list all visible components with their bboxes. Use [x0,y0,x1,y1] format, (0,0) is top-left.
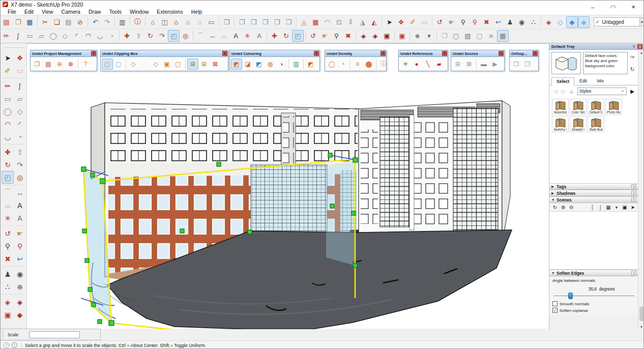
axes-target-icon[interactable]: ⊕ [14,280,26,293]
style-hidden-line-icon[interactable]: ▢ [474,30,485,42]
component-options-icon[interactable]: ❒ [221,16,232,28]
colour-settings-icon[interactable]: ◩ [305,59,316,70]
close-icon[interactable]: x [631,191,636,195]
split-remove-icon[interactable]: ⊠ [210,59,221,70]
undet-rotate-icon[interactable]: ↻ [280,30,292,42]
flip-edge-icon[interactable]: ◭ [368,16,380,28]
split-add-icon[interactable]: ⊞ [198,59,210,70]
close-icon[interactable]: x [499,51,504,56]
scene-update-icon[interactable]: ↻ [551,203,559,211]
pie-icon[interactable]: ◔ [14,130,26,143]
forward-icon[interactable]: ▷ [560,87,568,95]
new-icon[interactable]: ▤ [1,16,12,28]
close-icon[interactable]: x [222,51,227,56]
bar-drag-handle[interactable] [3,331,5,339]
3d-text-icon[interactable]: A [14,212,26,224]
polygon-icon[interactable]: ◇ [59,30,71,42]
menu-window[interactable]: Window [126,9,153,15]
colour-single-icon[interactable]: ◑ [276,59,287,70]
component-cabinet-icon[interactable]: ◫ [159,16,170,28]
zoom-icon[interactable]: ⚲ [457,16,469,28]
close-icon[interactable]: x [442,51,447,56]
scene-video-icon[interactable]: ▬ [478,59,489,70]
checkbox-icon[interactable]: ✓ [552,308,558,313]
section-plane-icon[interactable]: ◈ [2,296,14,308]
orbit-icon[interactable]: ↺ [2,227,14,240]
axes-icon[interactable]: ✳ [2,212,14,224]
split-box-icon[interactable]: ⊞ [187,59,198,70]
pick-plane-icon[interactable]: ▰ [433,59,445,70]
offset-icon[interactable]: ◎ [180,30,191,42]
select-icon[interactable]: ➤ [2,51,14,64]
density-preview-icon[interactable]: ◯ [326,59,337,70]
show-details-icon[interactable]: ➤ [629,203,637,211]
add-detail-icon[interactable]: ◮ [357,16,368,28]
share-component-icon[interactable]: ⌂ [194,16,206,28]
position-camera-icon[interactable]: ♟ [504,16,516,28]
rotate-icon[interactable]: ↻ [144,30,156,42]
smooth-normals-option[interactable]: Smooth normals [552,301,635,306]
zoom-extents-icon[interactable]: ✖ [342,30,354,42]
project-add-icon[interactable]: ⊕ [54,59,65,70]
dock-drag-handle[interactable] [4,47,23,49]
section-cuts-icon[interactable]: ◆ [566,16,578,28]
section-display-icon[interactable]: ◇ [554,16,566,28]
zoom-extents-icon[interactable]: ✖ [481,16,492,28]
scroll-up-icon[interactable]: ▲ [638,50,644,56]
style-shaded-icon[interactable]: ■ [485,30,497,42]
look-around-icon[interactable]: ◉ [516,16,528,28]
dimension-icon[interactable]: ↔ [207,30,218,42]
home-icon[interactable]: ⌂ [170,16,182,28]
clipping-box-preview-icon[interactable]: ▢ [113,59,124,70]
pick-point-icon[interactable]: ● [411,59,422,70]
3d-text-icon[interactable]: A [253,30,265,42]
menu-view[interactable]: View [38,9,57,15]
make-component-icon[interactable]: ❖ [14,51,26,64]
scene-list[interactable] [549,212,638,270]
scrollbar-thumb[interactable] [639,307,644,321]
menu-camera[interactable]: Camera [57,9,84,15]
density-info-icon[interactable]: ⓘ [378,59,389,70]
scene-remove-icon[interactable]: ⊖ [567,203,575,211]
cut-icon[interactable]: ✂ [39,16,51,28]
section-soften-edges[interactable]: ▼ Soften Edges x [549,270,638,276]
clip-by-line-icon[interactable]: ◇ [150,59,161,70]
style-folder[interactable]: Straight l [570,116,587,132]
redo-icon[interactable]: ↷ [101,16,113,28]
paint-bucket-icon[interactable]: ✐ [2,64,14,77]
section-fill-icon[interactable]: ◆ [578,16,590,28]
tray-scrollbar[interactable]: ▲ ▼ [638,50,644,330]
two-point-arc-icon[interactable]: ◠ [82,30,94,42]
menu-edit[interactable]: Edit [20,9,38,15]
paste-icon[interactable]: ▤ [63,16,74,28]
options-caret-icon[interactable]: ▾ [612,203,621,211]
tag-dropdown[interactable]: ✓ Untagged [594,17,640,26]
menu-draw[interactable]: Draw [84,9,105,15]
close-icon[interactable]: x [533,51,538,56]
scene-add-icon[interactable]: ⊕ [559,203,567,211]
component-replace-icon[interactable]: ❒ [259,16,271,28]
menu-file[interactable]: File [4,9,20,15]
colour-by-classification-icon[interactable]: ◍ [265,59,276,70]
circle-icon[interactable]: ◯ [2,105,14,118]
eraser-icon[interactable]: ▭ [14,64,26,77]
section-cuts-icon[interactable]: ◈ [369,30,381,42]
paint-bucket-icon[interactable]: ✐ [407,16,419,28]
secondary-pane-icon[interactable]: ▶ [628,87,636,95]
undet-scale-icon[interactable]: ◰ [292,30,304,42]
scene-remove-icon[interactable]: ⊠ [463,59,475,70]
pick-axes-icon[interactable]: ✳ [400,59,411,70]
orbit-icon[interactable]: ↺ [307,30,319,42]
zoom-icon[interactable]: ⚲ [2,240,14,252]
clip-inside-icon[interactable]: ▣ [161,59,172,70]
push-pull-icon[interactable]: ⇧ [14,146,26,158]
component-reload-icon[interactable]: ❒ [248,16,259,28]
style-paint-icon[interactable]: ✑ [628,53,636,61]
open-icon[interactable]: ❐ [12,16,24,28]
move-icon[interactable]: ✚ [121,30,133,42]
style-back-edges-icon[interactable]: ▨ [462,30,474,42]
account-caret-icon[interactable]: ▾ [423,30,435,42]
in-model-icon[interactable]: ⌂ [568,87,576,95]
close-icon[interactable]: x [380,51,386,56]
colour-gradient-icon[interactable]: ▥ [290,59,302,70]
